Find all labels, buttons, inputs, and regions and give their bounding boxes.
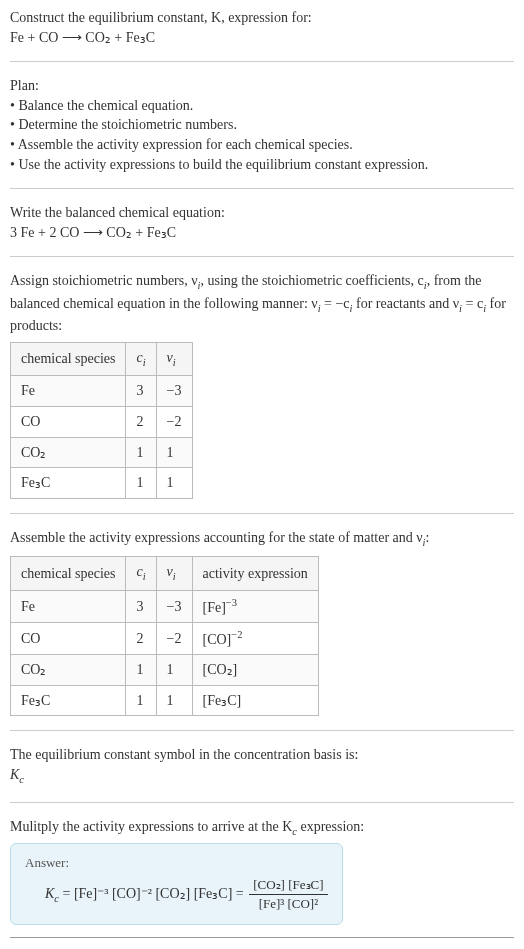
expr-sup: −3 [226, 597, 237, 608]
intro-equation: Fe + CO ⟶ CO₂ + Fe₃C [10, 28, 514, 48]
multiply-text: Mulitply the activity expressions to arr… [10, 817, 514, 839]
divider [10, 730, 514, 731]
table-header: νi [156, 342, 192, 375]
expr-sup: −2 [231, 629, 242, 640]
symbol-kc: Kc [10, 765, 514, 787]
intro-section: Construct the equilibrium constant, K, e… [10, 8, 514, 47]
assemble-section: Assemble the activity expressions accoun… [10, 528, 514, 717]
kc-letter: K [10, 767, 19, 782]
balanced-heading: Write the balanced chemical equation: [10, 203, 514, 223]
assign-text: Assign stoichiometric numbers, νi, using… [10, 271, 514, 336]
table-header: νi [156, 557, 192, 590]
table-header: chemical species [11, 342, 126, 375]
c-cell: 3 [126, 590, 156, 622]
answer-box: Answer: Kc = [Fe]⁻³ [CO]⁻² [CO₂] [Fe₃C] … [10, 843, 343, 925]
expr-cell: [CO]−2 [192, 622, 318, 654]
frac-num: [CO₂] [Fe₃C] [249, 876, 327, 895]
nu-cell: −2 [156, 406, 192, 437]
balanced-equation: 3 Fe + 2 CO ⟶ CO₂ + Fe₃C [10, 223, 514, 243]
table-row: CO 2 −2 [CO]−2 [11, 622, 319, 654]
assemble-part: Assemble the activity expressions accoun… [10, 530, 423, 545]
assemble-part: : [426, 530, 430, 545]
balanced-section: Write the balanced chemical equation: 3 … [10, 203, 514, 242]
table-header: ci [126, 557, 156, 590]
divider [10, 61, 514, 62]
nu-cell: 1 [156, 685, 192, 716]
species-cell: Fe [11, 376, 126, 407]
multiply-part: expression: [297, 819, 364, 834]
table-header: chemical species [11, 557, 126, 590]
assign-part: = −c [321, 296, 350, 311]
c-cell: 1 [126, 685, 156, 716]
c-cell: 1 [126, 468, 156, 499]
species-cell: Fe [11, 590, 126, 622]
divider [10, 513, 514, 514]
divider [10, 802, 514, 803]
expr-cell: [Fe₃C] [192, 685, 318, 716]
expr-base: [CO] [203, 632, 232, 647]
c-cell: 2 [126, 622, 156, 654]
species-cell: Fe₃C [11, 685, 126, 716]
species-cell: CO₂ [11, 437, 126, 468]
table-header: ci [126, 342, 156, 375]
stoich-table: chemical species ci νi Fe 3 −3 CO 2 −2 C… [10, 342, 193, 499]
plan-item: Use the activity expressions to build th… [10, 155, 514, 175]
answer-expression: Kc = [Fe]⁻³ [CO]⁻² [CO₂] [Fe₃C] = [CO₂] … [25, 876, 328, 913]
assemble-text: Assemble the activity expressions accoun… [10, 528, 514, 550]
expr-base: [CO₂] [203, 662, 238, 677]
divider-end [10, 937, 514, 938]
symbol-section: The equilibrium constant symbol in the c… [10, 745, 514, 787]
divider [10, 256, 514, 257]
c-cell: 1 [126, 437, 156, 468]
plan-item: Determine the stoichiometric numbers. [10, 115, 514, 135]
assign-part: = c [462, 296, 483, 311]
species-cell: CO [11, 406, 126, 437]
table-row: Fe 3 −3 [11, 376, 193, 407]
multiply-part: Mulitply the activity expressions to arr… [10, 819, 292, 834]
c-cell: 2 [126, 406, 156, 437]
symbol-text: The equilibrium constant symbol in the c… [10, 745, 514, 765]
nu-cell: 1 [156, 437, 192, 468]
expr-cell: [Fe]−3 [192, 590, 318, 622]
nu-cell: −2 [156, 622, 192, 654]
expr-cell: [CO₂] [192, 655, 318, 686]
table-header-row: chemical species ci νi [11, 342, 193, 375]
intro-line1: Construct the equilibrium constant, K, e… [10, 8, 514, 28]
kc-letter: K [45, 886, 54, 901]
answer-label: Answer: [25, 854, 328, 872]
nu-cell: 1 [156, 655, 192, 686]
expr-base: [Fe₃C] [203, 693, 242, 708]
activity-table: chemical species ci νi activity expressi… [10, 556, 319, 716]
assign-part: Assign stoichiometric numbers, ν [10, 273, 198, 288]
nu-cell: −3 [156, 376, 192, 407]
assign-part: , using the stoichiometric coefficients,… [200, 273, 423, 288]
divider [10, 188, 514, 189]
table-row: CO 2 −2 [11, 406, 193, 437]
table-row: CO₂ 1 1 [CO₂] [11, 655, 319, 686]
plan-heading: Plan: [10, 76, 514, 96]
table-row: Fe 3 −3 [Fe]−3 [11, 590, 319, 622]
table-header: activity expression [192, 557, 318, 590]
species-cell: CO₂ [11, 655, 126, 686]
species-cell: CO [11, 622, 126, 654]
eq-part: = [Fe]⁻³ [CO]⁻² [CO₂] [Fe₃C] = [59, 886, 247, 901]
plan-item: Balance the chemical equation. [10, 96, 514, 116]
assign-section: Assign stoichiometric numbers, νi, using… [10, 271, 514, 498]
kc-sub: c [19, 774, 24, 785]
c-cell: 3 [126, 376, 156, 407]
species-cell: Fe₃C [11, 468, 126, 499]
assign-part: for reactants and ν [352, 296, 459, 311]
nu-cell: 1 [156, 468, 192, 499]
plan-section: Plan: Balance the chemical equation. Det… [10, 76, 514, 174]
plan-list: Balance the chemical equation. Determine… [10, 96, 514, 174]
multiply-section: Mulitply the activity expressions to arr… [10, 817, 514, 925]
expr-base: [Fe] [203, 599, 226, 614]
nu-cell: −3 [156, 590, 192, 622]
plan-item: Assemble the activity expression for eac… [10, 135, 514, 155]
table-header-row: chemical species ci νi activity expressi… [11, 557, 319, 590]
table-row: Fe₃C 1 1 [11, 468, 193, 499]
table-row: CO₂ 1 1 [11, 437, 193, 468]
table-row: Fe₃C 1 1 [Fe₃C] [11, 685, 319, 716]
fraction: [CO₂] [Fe₃C][Fe]³ [CO]² [249, 876, 327, 913]
c-cell: 1 [126, 655, 156, 686]
